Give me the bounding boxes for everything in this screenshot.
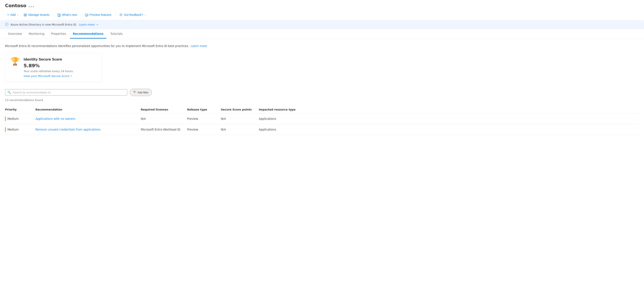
description-learn-more-link[interactable]: Learn more: [191, 44, 207, 48]
col-recommendation: Recommendation: [32, 106, 138, 113]
col-impacted-resource: Impacted resource type: [256, 106, 639, 113]
info-banner: ⓘ Azure Active Directory is now Microsof…: [0, 20, 644, 29]
search-box: 🔍: [5, 89, 127, 96]
preview-features-icon: [85, 13, 88, 17]
manage-tenants-button[interactable]: Manage tenants: [22, 12, 52, 18]
external-link-icon-score: ➚: [70, 75, 72, 77]
separator-1: [53, 13, 54, 17]
add-label: Add: [10, 13, 16, 17]
trophy-icon: 🏆: [10, 58, 20, 65]
preview-features-button[interactable]: Preview features: [83, 12, 114, 18]
score-value: 5.89%: [24, 63, 74, 68]
score-refresh-text: Your score refreshes every 24 hours.: [24, 70, 74, 73]
recommendation-link-2[interactable]: Remove unused credentials from applicati…: [36, 128, 100, 131]
row-1-licenses: N/A: [138, 113, 184, 124]
page-description: Microsoft Entra ID recommendations ident…: [5, 44, 639, 48]
recommendation-link-1[interactable]: Applications with no owners: [36, 117, 76, 120]
row-2-resource: Applications: [256, 124, 639, 135]
row-2-priority: Medium: [5, 124, 32, 135]
external-link-icon: ➚: [96, 24, 98, 26]
priority-label: Medium: [8, 117, 19, 120]
row-1-score: N/A: [218, 113, 256, 124]
tab-overview[interactable]: Overview: [5, 29, 25, 39]
info-icon: ⓘ: [5, 22, 8, 27]
svg-point-7: [121, 15, 121, 16]
col-priority: Priority: [5, 106, 32, 113]
recommendations-table: Priority Recommendation Required license…: [5, 106, 639, 135]
whats-new-button[interactable]: What's new: [55, 12, 79, 18]
svg-rect-3: [85, 14, 88, 16]
svg-rect-0: [58, 14, 60, 16]
header: Contoso ... + Add ⌄ Manage tenants: [0, 0, 644, 20]
org-title-more-button[interactable]: ...: [28, 3, 34, 8]
search-input[interactable]: [13, 91, 125, 94]
row-1-release: Preview: [184, 113, 218, 124]
priority-bar: [5, 127, 6, 132]
score-info: Identity Secure Score 5.89% Your score r…: [24, 58, 74, 78]
results-count: 13 recommendations found: [5, 99, 639, 102]
add-button[interactable]: + Add ⌄: [5, 12, 21, 18]
got-feedback-label: Got feedback?: [124, 13, 143, 17]
org-name: Contoso: [5, 3, 26, 8]
row-2-recommendation: Remove unused credentials from applicati…: [32, 124, 138, 135]
table-body: Medium Applications with no owners N/A P…: [5, 113, 639, 135]
table-row: Medium Remove unused credentials from ap…: [5, 124, 639, 135]
separator-2: [81, 13, 81, 17]
manage-tenants-label: Manage tenants: [28, 13, 49, 17]
row-1-priority: Medium: [5, 113, 32, 124]
tab-tutorials[interactable]: Tutorials: [107, 29, 126, 39]
search-icon: 🔍: [8, 91, 11, 94]
priority-label: Medium: [8, 128, 19, 131]
priority-bar: [5, 116, 6, 121]
table-row: Medium Applications with no owners N/A P…: [5, 113, 639, 124]
plus-icon: +: [7, 13, 9, 17]
filter-icon: [133, 91, 136, 94]
info-text: Azure Active Directory is now Microsoft …: [10, 23, 77, 26]
score-title: Identity Secure Score: [24, 58, 74, 61]
whats-new-icon: [57, 13, 61, 17]
main-content: Microsoft Entra ID recommendations ident…: [0, 39, 644, 140]
col-secure-score: Secure Score points: [218, 106, 256, 113]
feedback-icon: [119, 13, 123, 17]
row-2-score: N/A: [218, 124, 256, 135]
tabs-nav: Overview Monitoring Properties Recommend…: [0, 29, 644, 39]
tab-recommendations[interactable]: Recommendations: [70, 29, 107, 39]
row-2-release: Preview: [184, 124, 218, 135]
gear-icon: [24, 13, 27, 17]
whats-new-label: What's new: [62, 13, 77, 17]
feedback-chevron-icon: ⌄: [144, 14, 146, 16]
col-required-licenses: Required licenses: [138, 106, 184, 113]
add-chevron-icon: ⌄: [17, 14, 18, 16]
add-filter-label: Add filter: [138, 91, 148, 94]
tab-monitoring[interactable]: Monitoring: [26, 29, 48, 39]
tab-properties[interactable]: Properties: [48, 29, 69, 39]
toolbar: + Add ⌄ Manage tenants: [5, 12, 639, 20]
info-learn-more-link[interactable]: Learn more ➚: [79, 23, 98, 26]
row-1-recommendation: Applications with no owners: [32, 113, 138, 124]
search-filter-bar: 🔍 Add filter: [5, 89, 639, 96]
score-card: 🏆 Identity Secure Score 5.89% Your score…: [5, 53, 102, 82]
got-feedback-button[interactable]: Got feedback? ⌄: [117, 12, 148, 18]
org-title: Contoso ...: [5, 3, 639, 8]
col-release-type: Release type: [184, 106, 218, 113]
table-header: Priority Recommendation Required license…: [5, 106, 639, 113]
row-1-resource: Applications: [256, 113, 639, 124]
view-secure-score-link[interactable]: View your Microsoft Secure Score ➚: [24, 74, 74, 78]
separator-3: [115, 13, 116, 17]
add-filter-button[interactable]: Add filter: [130, 89, 152, 96]
row-2-licenses: Microsoft Entra Workload ID: [138, 124, 184, 135]
preview-features-label: Preview features: [90, 13, 112, 17]
